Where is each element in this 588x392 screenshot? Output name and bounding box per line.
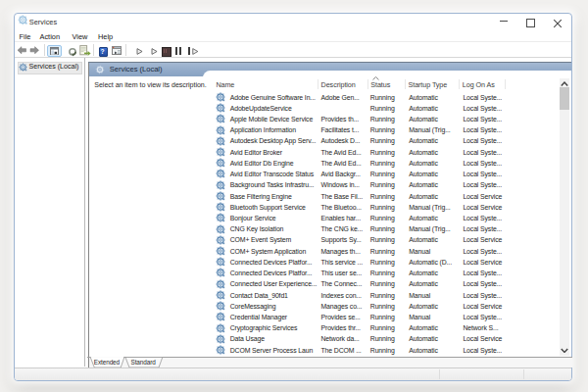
svg-text:Standard: Standard [131,359,157,366]
svg-text:Extended: Extended [94,359,121,366]
